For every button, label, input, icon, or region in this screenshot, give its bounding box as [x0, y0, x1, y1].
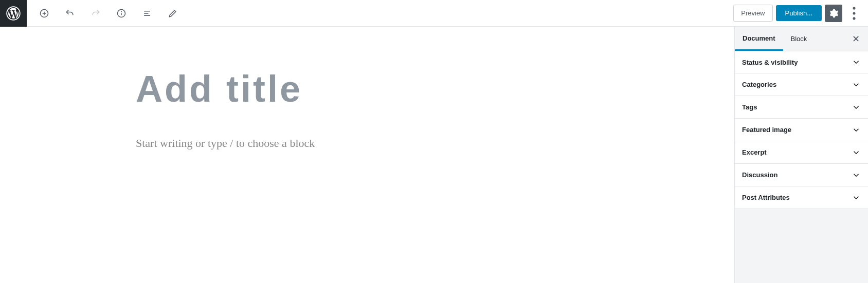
more-options-button[interactable]: [845, 5, 863, 22]
svg-point-3: [121, 11, 122, 12]
panel-title: Status & visibility: [742, 59, 798, 66]
redo-button[interactable]: [86, 4, 105, 23]
toolbar-left: [27, 4, 182, 23]
svg-point-4: [853, 7, 855, 9]
close-sidebar-button[interactable]: ✕: [846, 30, 865, 48]
close-icon: ✕: [852, 33, 860, 45]
undo-icon: [65, 8, 75, 18]
chevron-down-icon: [852, 125, 861, 135]
sidebar-tabs: Document Block ✕: [735, 27, 868, 51]
chevron-down-icon: [852, 193, 861, 202]
editor-canvas: [0, 27, 734, 283]
settings-sidebar: Document Block ✕ Status & visibility Cat…: [734, 27, 868, 283]
chevron-down-icon: [852, 80, 861, 89]
tab-block[interactable]: Block: [783, 27, 815, 51]
panel-discussion[interactable]: Discussion: [735, 164, 868, 186]
panel-categories[interactable]: Categories: [735, 73, 868, 96]
publish-button[interactable]: Publish...: [776, 5, 822, 21]
info-button[interactable]: [112, 4, 131, 23]
chevron-down-icon: [852, 103, 861, 112]
tab-document[interactable]: Document: [735, 27, 783, 51]
info-icon: [116, 8, 126, 18]
settings-button[interactable]: [825, 5, 842, 22]
chevron-down-icon: [852, 148, 861, 157]
svg-point-6: [853, 17, 855, 20]
sidebar-panels: Status & visibility Categories Tags Feat…: [735, 51, 868, 209]
panel-title: Discussion: [742, 171, 777, 179]
redo-icon: [91, 8, 101, 18]
preview-button[interactable]: Preview: [733, 5, 772, 22]
more-vertical-icon: [845, 5, 863, 22]
gear-icon: [828, 8, 839, 18]
edit-button[interactable]: [164, 4, 182, 23]
pencil-icon: [168, 8, 178, 18]
panel-title: Featured image: [742, 126, 791, 134]
body-row: Document Block ✕ Status & visibility Cat…: [0, 27, 868, 283]
wordpress-logo[interactable]: [0, 0, 27, 27]
top-toolbar: Preview Publish...: [0, 0, 868, 27]
panel-featured-image[interactable]: Featured image: [735, 119, 868, 141]
chevron-down-icon: [852, 171, 861, 180]
post-title-input[interactable]: [136, 68, 599, 110]
panel-title: Categories: [742, 81, 776, 88]
toolbar-right: Preview Publish...: [733, 5, 868, 22]
wordpress-icon: [6, 6, 21, 21]
outline-button[interactable]: [138, 4, 156, 23]
panel-title: Excerpt: [742, 148, 767, 156]
panel-excerpt[interactable]: Excerpt: [735, 141, 868, 164]
panel-title: Post Attributes: [742, 194, 790, 201]
svg-point-5: [853, 12, 855, 14]
undo-button[interactable]: [61, 4, 79, 23]
panel-tags[interactable]: Tags: [735, 96, 868, 119]
plus-circle-icon: [39, 8, 49, 18]
list-icon: [142, 8, 152, 18]
add-block-button[interactable]: [35, 4, 53, 23]
post-body-input[interactable]: [136, 137, 599, 150]
panel-post-attributes[interactable]: Post Attributes: [735, 186, 868, 209]
panel-status-visibility[interactable]: Status & visibility: [735, 51, 868, 73]
chevron-down-icon: [852, 58, 861, 67]
panel-title: Tags: [742, 103, 757, 111]
